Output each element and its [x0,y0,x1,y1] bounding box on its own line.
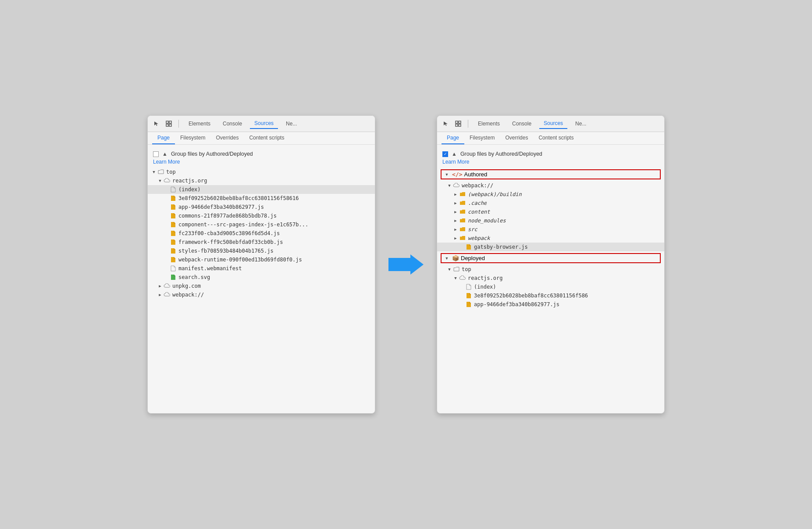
tree-item-webpack_buildin[interactable]: (webpack)/buildin [437,190,664,199]
right-subtab-overrides[interactable]: Overrides [500,132,533,144]
inspect-icon[interactable] [164,119,173,128]
right-cursor-icon[interactable] [442,119,450,128]
tree-item-index[interactable]: (index) [148,185,375,194]
toolbar-separator [178,120,179,128]
deployed-section-header: 📦 Deployed [441,253,661,263]
tree-item-file10[interactable]: search.svg [148,273,375,282]
tree-arrow-top2 [447,267,452,272]
node-label-src: src [468,226,477,232]
tab-elements[interactable]: Elements [184,119,215,129]
node-label-index: (index) [178,186,201,193]
node-icon-top [157,168,164,175]
node-label-file6: framework-ff9c508ebfda0f33cb0b.js [178,239,283,245]
svg-rect-1 [169,121,171,123]
tab-console[interactable]: Console [218,119,246,129]
tree-item-dfile2[interactable]: app-9466def3ba340b862977.js [437,300,664,309]
right-subtab-filesystem[interactable]: Filesystem [464,132,500,144]
node-icon-dfile1 [465,292,472,299]
left-group-checkbox[interactable] [153,151,159,157]
right-tree-authored: webpack://(webpack)/buildin.cachecontent… [437,181,664,251]
right-arrow-svg [388,254,424,275]
left-subtab-page[interactable]: Page [152,132,175,144]
arrow-connector [388,254,424,275]
node-label-webpack2: webpack [468,235,490,241]
tree-item-content[interactable]: content [437,207,664,216]
tab-sources[interactable]: Sources [250,118,278,129]
deployed-arrow[interactable] [444,256,449,261]
node-icon-file4 [170,221,177,228]
right-learn-more-link[interactable]: Learn More [437,159,664,168]
left-subtab-filesystem[interactable]: Filesystem [175,132,210,144]
tree-item-file9[interactable]: manifest.webmanifest [148,264,375,273]
tree-item-top2[interactable]: top [437,265,664,274]
tree-item-webpack[interactable]: webpack:// [148,290,375,299]
tree-item-file8[interactable]: webpack-runtime-090f00ed13bd69fd80f0.js [148,255,375,264]
tree-item-file3[interactable]: commons-21f8977ade868b5bdb78.js [148,211,375,220]
authored-arrow[interactable] [444,172,449,177]
tree-item-file2[interactable]: app-9466def3ba340b862977.js [148,203,375,211]
node-label-index2: (index) [474,284,496,290]
tree-item-gatsby[interactable]: gatsby-browser.js [437,243,664,251]
node-label-file2: app-9466def3ba340b862977.js [178,204,264,210]
tree-arrow-top [151,169,157,175]
node-label-reactjs: reactjs.org [172,178,207,184]
node-icon-node_modules [459,217,466,224]
left-subtab-overrides[interactable]: Overrides [210,132,244,144]
tab-network[interactable]: Ne... [281,119,301,129]
tree-item-webpack_url[interactable]: webpack:// [437,181,664,190]
right-tree-deployed: topreactjs.org(index)3e8f09252b6028beb8b… [437,265,664,309]
node-icon-content [459,208,466,215]
tree-arrow-webpack [157,292,163,297]
tree-item-node_modules[interactable]: node_modules [437,216,664,225]
tree-item-file7[interactable]: styles-fb708593b484b04b1765.js [148,247,375,255]
tree-item-file5[interactable]: fc233f00-cba3d9005c3896f6d5d4.js [148,229,375,238]
right-sub-tabs: Page Filesystem Overrides Content script… [437,132,664,145]
node-label-unpkg: unpkg.com [172,283,201,289]
node-label-file9: manifest.webmanifest [178,265,242,272]
node-icon-webpack [164,291,171,298]
tree-item-index2[interactable]: (index) [437,282,664,291]
right-group-files-row: ▲ Group files by Authored/Deployed [437,149,664,159]
node-label-file3: commons-21f8977ade868b5bdb78.js [178,213,277,219]
svg-rect-3 [169,124,171,126]
node-label-gatsby: gatsby-browser.js [474,244,528,250]
node-icon-top2 [453,266,460,273]
right-subtab-page[interactable]: Page [442,132,464,144]
tree-item-file1[interactable]: 3e8f09252b6028beb8baf8cc63801156f58616 [148,194,375,203]
right-subtab-content-scripts[interactable]: Content scripts [533,132,579,144]
node-icon-gatsby [465,243,472,250]
right-tab-sources[interactable]: Sources [539,118,567,129]
tree-item-reactjs[interactable]: reactjs.org [148,176,375,185]
node-label-file7: styles-fb708593b484b04b1765.js [178,248,274,254]
tree-item-reactjs2[interactable]: reactjs.org [437,274,664,282]
right-group-checkbox[interactable] [442,151,448,157]
tree-item-webpack2[interactable]: webpack [437,234,664,243]
tree-item-dfile1[interactable]: 3e8f09252b6028beb8baf8cc63801156f586 [437,291,664,300]
authored-section-header: </> Authored [441,169,661,179]
left-panel-content: ▲ Group files by Authored/Deployed Learn… [148,145,375,304]
right-tab-network[interactable]: Ne... [571,119,591,129]
tree-item-top[interactable]: top [148,168,375,176]
tree-arrow-webpack_buildin [453,192,458,197]
node-icon-file3 [170,212,177,219]
tree-arrow-node_modules [453,218,458,223]
right-inspect-icon[interactable] [454,119,463,128]
left-learn-more-link[interactable]: Learn More [148,159,375,168]
tree-item-file4[interactable]: component---src-pages-index-js-e1c657b..… [148,220,375,229]
tree-item-unpkg[interactable]: unpkg.com [148,282,375,290]
tree-arrow-content [453,209,458,214]
tree-item-file6[interactable]: framework-ff9c508ebfda0f33cb0b.js [148,238,375,247]
node-label-top2: top [462,266,471,272]
right-tab-console[interactable]: Console [508,119,536,129]
tree-item-cache[interactable]: .cache [437,199,664,207]
node-label-top: top [166,169,176,175]
left-group-files-label: Group files by Authored/Deployed [171,151,253,157]
right-tab-elements[interactable]: Elements [474,119,504,129]
right-group-files-label: Group files by Authored/Deployed [460,151,542,157]
svg-rect-8 [459,124,461,126]
tree-item-src[interactable]: src [437,225,664,234]
authored-code-icon: </> [452,171,462,178]
cursor-icon[interactable] [152,119,161,128]
node-label-file1: 3e8f09252b6028beb8baf8cc63801156f58616 [178,195,299,201]
left-subtab-content-scripts[interactable]: Content scripts [244,132,289,144]
